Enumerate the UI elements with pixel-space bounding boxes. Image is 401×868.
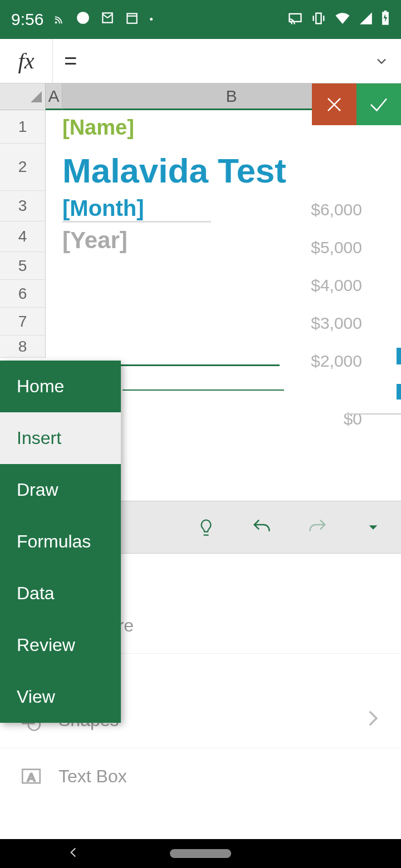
svg-point-1 [77,12,90,24]
home-pill[interactable] [170,849,231,858]
status-time: 9:56 [11,10,43,29]
cast-icon [287,11,303,28]
redo-icon [306,516,329,539]
row-header[interactable]: 1 [0,110,46,144]
row-header[interactable]: 6 [0,280,46,308]
month-placeholder[interactable]: [Month] [62,196,211,223]
cast-indicator-icon [53,10,66,29]
ribbon-menu: Home Insert Draw Formulas Data Review Vi… [0,361,121,723]
signal-icon [359,11,373,28]
status-bar: 9:56 • [0,0,401,39]
formula-bar: fx [0,39,401,83]
vibrate-icon [311,11,326,28]
fx-label[interactable]: fx [0,39,53,83]
column-header-a[interactable]: A [46,83,62,110]
select-all-corner[interactable] [0,83,46,110]
svg-rect-2 [128,13,137,23]
ribbon-tab-insert[interactable]: Insert [0,412,121,464]
row-headers: 1 2 3 4 5 6 7 8 [0,110,46,358]
yaxis-tick: $4,000 [311,276,362,295]
menu-dropdown-button[interactable] [362,516,384,539]
dot-icon: • [149,14,153,26]
ribbon-tab-review[interactable]: Review [0,619,121,671]
battery-charging-icon [381,11,390,28]
undo-icon [251,516,273,539]
ribbon-tab-formulas[interactable]: Formulas [0,516,121,568]
row-header[interactable]: 8 [0,336,46,358]
insert-textbox-option[interactable]: A Text Box [0,748,401,804]
svg-rect-6 [384,11,387,12]
circle-icon [76,10,90,29]
svg-rect-3 [290,14,301,22]
formula-input[interactable] [53,48,362,73]
chevron-right-icon [361,707,384,734]
chevron-left-icon [66,845,81,860]
chevron-down-icon [374,53,389,69]
undo-button[interactable] [251,516,273,539]
ribbon-tab-view[interactable]: View [0,671,121,723]
row-header[interactable]: 5 [0,252,46,280]
name-placeholder[interactable]: [Name] [62,116,401,140]
ideas-button[interactable] [195,516,217,539]
mail-icon [100,10,115,29]
triangle-icon [30,90,43,103]
svg-text:A: A [27,771,35,783]
row-header[interactable]: 4 [0,221,46,252]
formula-expand-button[interactable] [362,53,401,69]
svg-point-0 [55,22,57,24]
lightbulb-icon [196,517,216,537]
chart-axis-line [345,413,401,415]
selection-border [123,389,284,391]
yaxis-tick: $5,000 [311,238,362,257]
android-nav-bar [0,839,401,868]
wifi-icon [334,10,351,29]
ribbon-tab-draw[interactable]: Draw [0,464,121,516]
title-cell[interactable]: Malavida Test [62,151,401,190]
calendar-icon [125,10,139,29]
chart-yaxis: $6,000 $5,000 $4,000 $3,000 $2,000 $0 [311,200,362,447]
yaxis-tick: $6,000 [311,200,362,219]
row-header[interactable]: 2 [0,144,46,191]
row-header[interactable]: 7 [0,308,46,336]
option-label: Text Box [58,766,127,787]
svg-rect-4 [316,13,321,24]
chart-bar [397,348,401,364]
chart-bar [397,384,401,400]
yaxis-tick: $3,000 [311,314,362,333]
yaxis-tick: $0 [311,410,362,428]
ribbon-tab-home[interactable]: Home [0,361,121,412]
back-button[interactable] [66,845,81,862]
textbox-icon: A [19,765,43,788]
yaxis-tick: $2,000 [311,352,362,371]
row-header[interactable]: 3 [0,191,46,221]
triangle-down-icon [367,521,379,534]
ribbon-tab-data[interactable]: Data [0,568,121,619]
redo-button[interactable] [306,516,329,539]
